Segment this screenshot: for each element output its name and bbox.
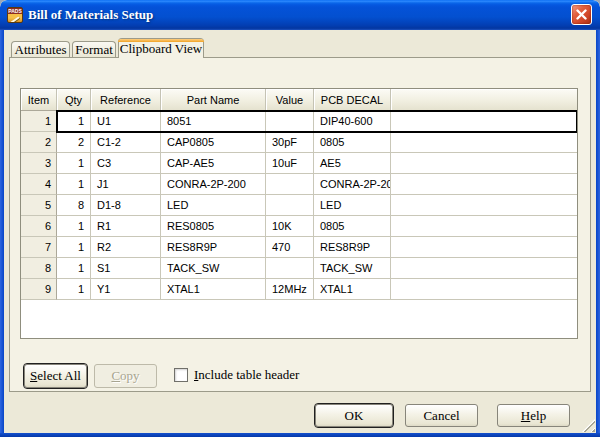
row-number-cell[interactable]: 1 — [21, 111, 57, 132]
window-border-bottom — [0, 433, 600, 437]
row-number-cell[interactable]: 4 — [21, 174, 57, 195]
column-header-value[interactable]: Value — [266, 89, 314, 110]
table-cell-blank[interactable] — [391, 258, 577, 279]
row-cells: 1S1TACK_SWTACK_SW — [57, 258, 577, 279]
table-cell[interactable]: 0805 — [314, 216, 391, 237]
table-row[interactable]: 91Y1XTAL112MHzXTAL1 — [21, 279, 577, 300]
table-cell[interactable]: 8 — [57, 195, 91, 216]
table-cell[interactable]: C3 — [91, 153, 161, 174]
table-cell[interactable]: 2 — [57, 132, 91, 153]
table-cell[interactable]: 1 — [57, 111, 91, 132]
table-cell[interactable]: CAP0805 — [161, 132, 266, 153]
table-cell[interactable]: RES8R9P — [161, 237, 266, 258]
row-cells: 1R1RES080510K0805 — [57, 216, 577, 237]
column-header-reference[interactable]: Reference — [91, 89, 161, 110]
include-table-header-checkbox[interactable] — [174, 368, 188, 382]
table-cell[interactable]: XTAL1 — [161, 279, 266, 300]
column-header-part-name[interactable]: Part Name — [161, 89, 266, 110]
table-cell[interactable]: S1 — [91, 258, 161, 279]
select-all-button[interactable]: Select All — [24, 364, 87, 388]
row-number-cell[interactable]: 8 — [21, 258, 57, 279]
tab-attributes[interactable]: Attributes — [11, 41, 70, 57]
cancel-button[interactable]: Cancel — [405, 404, 478, 427]
table-cell[interactable]: 10uF — [266, 153, 314, 174]
ok-button[interactable]: OK — [315, 404, 393, 427]
close-button[interactable] — [571, 4, 592, 25]
column-header-blank[interactable] — [391, 89, 577, 110]
row-number-cell[interactable]: 9 — [21, 279, 57, 300]
table-cell[interactable]: AE5 — [314, 153, 391, 174]
selected-row-cells: 1U18051DIP40-600 — [57, 111, 577, 132]
table-cell[interactable]: D1-8 — [91, 195, 161, 216]
table-cell[interactable]: U1 — [91, 111, 161, 132]
row-number-cell[interactable]: 5 — [21, 195, 57, 216]
table-cell[interactable]: 8051 — [161, 111, 266, 132]
table-cell[interactable]: XTAL1 — [314, 279, 391, 300]
table-cell[interactable]: 1 — [57, 153, 91, 174]
title-bar[interactable]: PADS Bill of Materials Setup — [0, 0, 600, 30]
table-cell[interactable]: LED — [161, 195, 266, 216]
table-cell[interactable]: 30pF — [266, 132, 314, 153]
table-cell[interactable]: LED — [314, 195, 391, 216]
table-cell[interactable]: RES0805 — [161, 216, 266, 237]
table-cell-blank[interactable] — [391, 279, 577, 300]
table-cell[interactable]: Y1 — [91, 279, 161, 300]
table-cell[interactable]: J1 — [91, 174, 161, 195]
table-row[interactable]: 61R1RES080510K0805 — [21, 216, 577, 237]
row-number-cell[interactable]: 6 — [21, 216, 57, 237]
table-row[interactable]: 11U18051DIP40-600 — [21, 111, 577, 132]
table-row[interactable]: 31C3CAP-AE510uFAE5 — [21, 153, 577, 174]
table-cell-blank[interactable] — [391, 237, 577, 258]
pads-app-icon[interactable]: PADS — [7, 7, 23, 23]
table-cell[interactable]: DIP40-600 — [314, 111, 391, 132]
table-cell-blank[interactable] — [391, 195, 577, 216]
column-header-pcb-decal[interactable]: PCB DECAL — [314, 89, 391, 110]
table-cell[interactable]: 1 — [57, 216, 91, 237]
row-number-cell[interactable]: 3 — [21, 153, 57, 174]
table-cell[interactable]: TACK_SW — [314, 258, 391, 279]
resize-grip[interactable] — [582, 419, 595, 432]
table-cell[interactable] — [266, 174, 314, 195]
table-cell-blank[interactable] — [391, 132, 577, 153]
tab-format[interactable]: Format — [72, 41, 116, 57]
table-cell[interactable]: CONRA-2P-200 — [314, 174, 391, 195]
table-cell[interactable]: 12MHz — [266, 279, 314, 300]
copy-button[interactable]: Copy — [94, 364, 157, 388]
table-row[interactable]: 81S1TACK_SWTACK_SW — [21, 258, 577, 279]
table-cell[interactable]: C1-2 — [91, 132, 161, 153]
table-cell[interactable] — [266, 111, 314, 132]
table-row[interactable]: 71R2RES8R9P470RES8R9P — [21, 237, 577, 258]
bill-of-materials-dialog: PADS Bill of Materials Setup Attributes … — [0, 0, 600, 437]
table-cell[interactable]: R1 — [91, 216, 161, 237]
table-cell-blank[interactable] — [391, 111, 577, 132]
include-table-header-label: Include table header — [194, 367, 299, 383]
table-cell[interactable]: 1 — [57, 279, 91, 300]
table-cell[interactable]: 1 — [57, 174, 91, 195]
table-cell[interactable]: CAP-AE5 — [161, 153, 266, 174]
table-cell[interactable]: 1 — [57, 258, 91, 279]
table-cell[interactable]: 470 — [266, 237, 314, 258]
table-cell[interactable]: TACK_SW — [161, 258, 266, 279]
table-row[interactable]: 22C1-2CAP080530pF0805 — [21, 132, 577, 153]
column-header-qty[interactable]: Qty — [57, 89, 91, 110]
table-cell[interactable] — [266, 195, 314, 216]
table-cell[interactable]: 1 — [57, 237, 91, 258]
row-number-cell[interactable]: 7 — [21, 237, 57, 258]
table-cell[interactable]: RES8R9P — [314, 237, 391, 258]
row-number-cell[interactable]: 2 — [21, 132, 57, 153]
help-button[interactable]: Help — [497, 404, 570, 427]
table-cell[interactable]: 0805 — [314, 132, 391, 153]
table-row[interactable]: 58D1-8LEDLED — [21, 195, 577, 216]
table-row[interactable]: 41J1CONRA-2P-200CONRA-2P-200 — [21, 174, 577, 195]
table-cell[interactable] — [266, 258, 314, 279]
table-cell-blank[interactable] — [391, 216, 577, 237]
table-cell-blank[interactable] — [391, 153, 577, 174]
include-table-header-option[interactable]: Include table header — [174, 367, 299, 383]
table-cell[interactable]: R2 — [91, 237, 161, 258]
table-cell[interactable]: CONRA-2P-200 — [161, 174, 266, 195]
column-header-item[interactable]: Item — [21, 89, 57, 110]
table-cell-blank[interactable] — [391, 174, 577, 195]
tab-clipboard-view[interactable]: Clipboard View — [118, 38, 204, 58]
table-header-row: Item Qty Reference Part Name Value PCB D… — [21, 89, 577, 111]
table-cell[interactable]: 10K — [266, 216, 314, 237]
